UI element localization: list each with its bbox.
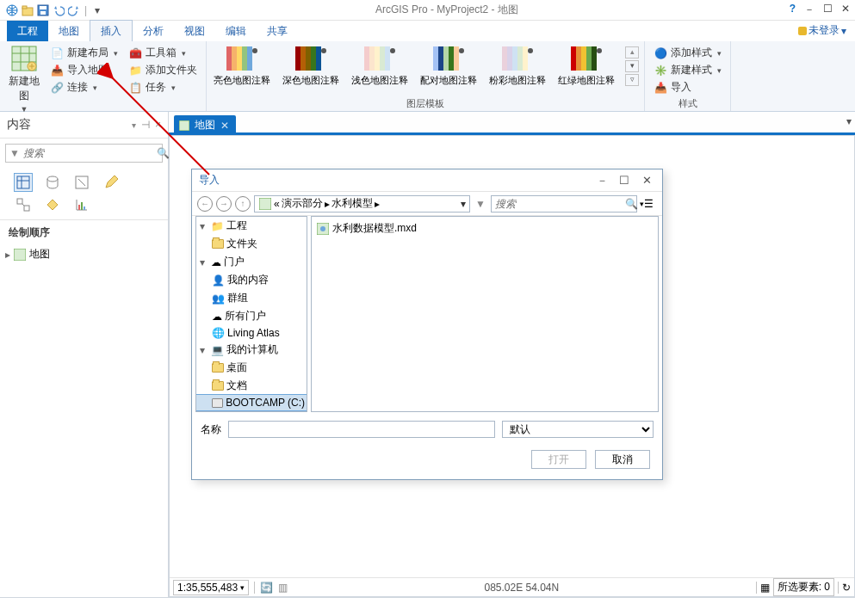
add-style-button[interactable]: 🔵添加样式▾: [650, 45, 725, 61]
contents-search-input[interactable]: [23, 147, 153, 159]
add-folder-button[interactable]: 📁添加文件夹: [125, 62, 201, 78]
tab-insert[interactable]: 插入: [90, 20, 133, 41]
template-paired[interactable]: 配对地图注释: [418, 43, 479, 89]
filter-icon[interactable]: ▼: [474, 198, 487, 210]
tab-project[interactable]: 工程: [7, 21, 48, 41]
view-menu-icon[interactable]: ▾: [846, 115, 852, 127]
tree-computer[interactable]: ▾💻我的计算机: [196, 341, 307, 359]
list-editing-icon[interactable]: [102, 173, 121, 192]
dialog-close-icon[interactable]: ✕: [638, 174, 655, 187]
tree-folder[interactable]: 文件夹: [196, 235, 307, 253]
template-light[interactable]: 浅色地图注释: [350, 43, 410, 89]
pause-icon[interactable]: ▥: [278, 582, 288, 594]
list-drawing-order-icon[interactable]: [14, 173, 33, 192]
file-item[interactable]: 水利数据模型.mxd: [315, 220, 654, 237]
dialog-search[interactable]: 🔍 ▾: [491, 195, 637, 213]
task-button[interactable]: 📋任务▾: [125, 79, 201, 95]
toc-map-item[interactable]: ▸ 地图: [0, 245, 168, 263]
connections-button[interactable]: 🔗连接▾: [46, 79, 121, 95]
template-bright[interactable]: 亮色地图注释: [212, 43, 272, 89]
qat-undo-icon[interactable]: [52, 3, 65, 17]
gallery-more-icon[interactable]: ▿: [625, 74, 639, 86]
tab-view[interactable]: 视图: [174, 21, 215, 41]
tree-documents[interactable]: 文档: [196, 377, 307, 395]
chevron-down-icon: ▾: [841, 25, 846, 37]
toolbox-button[interactable]: 🧰工具箱▾: [125, 45, 201, 61]
import-map-button[interactable]: 📥导入地图: [46, 62, 121, 78]
svg-rect-50: [81, 202, 83, 210]
new-map-button[interactable]: 新建地图 ▼: [5, 43, 43, 115]
template-pastel[interactable]: 粉彩地图注释: [487, 43, 548, 89]
login-status[interactable]: 未登录 ▾: [798, 23, 846, 38]
tree-groups[interactable]: 👥群组: [196, 289, 307, 307]
qat-save-icon[interactable]: [36, 3, 50, 17]
minimize-icon[interactable]: －: [804, 3, 815, 17]
pane-options-icon[interactable]: ▾: [132, 120, 136, 130]
tree-portal[interactable]: ▾☁门户: [196, 253, 307, 271]
tab-map[interactable]: 地图: [48, 21, 90, 41]
close-icon[interactable]: ✕: [841, 3, 850, 17]
view-mode-icon[interactable]: ☰: [641, 198, 657, 210]
selection-icon[interactable]: ▦: [760, 582, 770, 594]
import-style-button[interactable]: 📥导入: [650, 79, 725, 95]
svg-rect-35: [517, 46, 523, 71]
tree-mycontent[interactable]: 👤我的内容: [196, 271, 307, 289]
map-tab-close-icon[interactable]: ✕: [220, 120, 229, 132]
new-style-button[interactable]: ✳️新建样式▾: [650, 62, 725, 78]
tab-analysis[interactable]: 分析: [133, 21, 174, 41]
qat-customize-icon[interactable]: ▾: [90, 3, 104, 17]
dialog-file-list[interactable]: 水利数据模型.mxd: [311, 216, 659, 412]
tree-desktop[interactable]: 桌面: [196, 359, 307, 377]
open-button[interactable]: 打开: [531, 450, 586, 469]
scale-input[interactable]: 1:35,555,483▾: [173, 580, 249, 595]
tab-edit[interactable]: 编辑: [215, 21, 257, 41]
breadcrumb-dd-icon[interactable]: ▾: [461, 198, 466, 210]
nav-back-icon[interactable]: ←: [197, 196, 213, 212]
dialog-tree[interactable]: ▾📁工程 文件夹 ▾☁门户 👤我的内容 👥群组 ☁所有门户 🌐Living At…: [195, 216, 307, 412]
help-icon[interactable]: ?: [790, 3, 796, 17]
type-select[interactable]: 默认: [502, 421, 654, 438]
template-redgreen[interactable]: 红绿地图注释: [556, 43, 616, 89]
qat-globe-icon[interactable]: [5, 3, 19, 17]
nav-up-icon[interactable]: ↑: [235, 196, 251, 212]
expand-icon[interactable]: ▸: [5, 249, 10, 261]
new-layout-button[interactable]: 📄新建布局▾: [46, 45, 121, 61]
dialog-minimize-icon[interactable]: －: [593, 173, 610, 188]
computer-icon: 💻: [211, 344, 224, 356]
ribbon: 新建地图 ▼ 📄新建布局▾ 📥导入地图 🔗连接▾ 🧰工具箱▾ 📁添加文件夹 📋任…: [0, 41, 855, 112]
dialog-maximize-icon[interactable]: ☐: [616, 174, 633, 187]
search-icon[interactable]: 🔍: [157, 147, 170, 159]
maximize-icon[interactable]: ☐: [823, 3, 833, 17]
name-input[interactable]: [228, 421, 495, 438]
search-icon[interactable]: 🔍: [625, 198, 638, 210]
dialog-search-input[interactable]: [495, 198, 625, 210]
svg-point-45: [47, 176, 58, 182]
tree-project[interactable]: ▾📁工程: [196, 217, 307, 235]
qat-redo-icon[interactable]: [67, 3, 81, 17]
dialog-title: 导入: [199, 173, 588, 188]
breadcrumb[interactable]: « 演示部分 ▸ 水利模型 ▸ ▾: [254, 195, 470, 213]
rotate-icon[interactable]: 🔄: [260, 582, 273, 594]
gallery-up-icon[interactable]: ▴: [625, 46, 639, 59]
tab-share[interactable]: 共享: [257, 21, 298, 41]
svg-point-31: [459, 48, 464, 53]
list-labeling-icon[interactable]: [43, 195, 62, 214]
gallery-down-icon[interactable]: ▾: [625, 60, 639, 72]
tree-allportal[interactable]: ☁所有门户: [196, 307, 307, 325]
pane-pin-icon[interactable]: ⊣: [141, 119, 150, 131]
tree-livingatlas[interactable]: 🌐Living Atlas: [196, 325, 307, 341]
template-dark[interactable]: 深色地图注释: [281, 43, 341, 89]
dialog-titlebar[interactable]: 导入 － ☐ ✕: [192, 169, 662, 192]
list-snapping-icon[interactable]: [14, 195, 33, 214]
nav-fwd-icon[interactable]: →: [216, 196, 232, 212]
qat-open-icon[interactable]: [21, 3, 34, 17]
list-selection-icon[interactable]: [72, 173, 91, 192]
contents-search[interactable]: ▼ 🔍 ▾: [5, 144, 163, 163]
pane-close-icon[interactable]: ×: [155, 119, 161, 131]
list-source-icon[interactable]: [43, 173, 62, 192]
refresh-icon[interactable]: ↻: [842, 582, 851, 594]
filter-icon[interactable]: ▼: [9, 147, 20, 159]
tree-drive-c[interactable]: BOOTCAMP (C:): [196, 395, 307, 410]
list-chart-icon[interactable]: [72, 195, 91, 214]
cancel-button[interactable]: 取消: [595, 450, 650, 469]
